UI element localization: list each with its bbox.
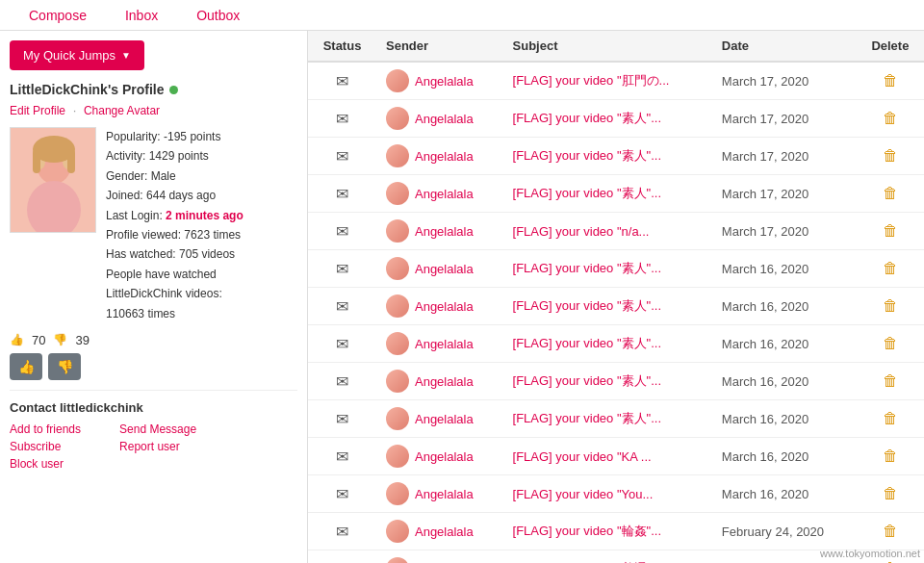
- date-cell: March 16, 2020: [712, 325, 857, 363]
- block-user-link[interactable]: Block user: [10, 457, 81, 471]
- subject-cell[interactable]: [FLAG] your video "素人"...: [503, 250, 712, 288]
- delete-cell[interactable]: 🗑: [857, 138, 924, 175]
- svg-rect-7: [67, 149, 75, 173]
- date-text: March 17, 2020: [722, 224, 808, 239]
- date-cell: March 16, 2020: [712, 400, 857, 438]
- delete-cell[interactable]: 🗑: [857, 100, 924, 138]
- delete-button[interactable]: 🗑: [883, 110, 898, 127]
- delete-cell[interactable]: 🗑: [857, 175, 924, 213]
- downvote-button[interactable]: 👎: [48, 353, 81, 380]
- delete-cell[interactable]: 🗑: [857, 250, 924, 288]
- date-text: March 16, 2020: [722, 337, 808, 351]
- sender-name-link[interactable]: Angelalala: [415, 525, 474, 539]
- sender-name-link[interactable]: Angelalala: [415, 299, 474, 314]
- delete-button[interactable]: 🗑: [883, 260, 898, 277]
- change-avatar-link[interactable]: Change Avatar: [84, 104, 160, 117]
- contact-section: Contact littledickchink Add to friends S…: [10, 400, 297, 474]
- subject-cell[interactable]: [FLAG] your video "You...: [503, 475, 712, 513]
- subject-text[interactable]: [FLAG] your video "素人"...: [513, 186, 661, 200]
- date-cell: March 16, 2020: [712, 475, 857, 513]
- delete-cell[interactable]: 🗑: [857, 363, 924, 400]
- send-message-link[interactable]: Send Message: [119, 422, 196, 436]
- delete-button[interactable]: 🗑: [883, 222, 898, 240]
- subject-text[interactable]: [FLAG] your video "素人"...: [513, 373, 661, 388]
- sender-name-link[interactable]: Angelalala: [415, 262, 474, 276]
- sender-name-link[interactable]: Angelalala: [415, 112, 474, 126]
- delete-button[interactable]: 🗑: [883, 448, 898, 465]
- inbox-link[interactable]: Inbox: [125, 8, 158, 23]
- outbox-link[interactable]: Outbox: [196, 8, 240, 23]
- date-text: March 16, 2020: [722, 412, 808, 426]
- add-friends-link[interactable]: Add to friends: [10, 422, 81, 436]
- subject-cell[interactable]: [FLAG] your video "輪姦"...: [503, 513, 712, 550]
- subject-cell[interactable]: [FLAG] your video "n/a...: [503, 213, 712, 250]
- delete-cell[interactable]: 🗑: [857, 288, 924, 325]
- upvote-button[interactable]: 👍: [10, 353, 42, 380]
- sender-name-link[interactable]: Angelalala: [415, 74, 474, 89]
- delete-cell[interactable]: 🗑: [857, 400, 924, 438]
- delete-button[interactable]: 🗑: [883, 72, 898, 90]
- sender-avatar: [386, 294, 409, 318]
- delete-button[interactable]: 🗑: [883, 297, 898, 315]
- sender-name-link[interactable]: Angelalala: [415, 337, 474, 351]
- compose-link[interactable]: Compose: [29, 8, 87, 23]
- subject-text[interactable]: [FLAG] your video "輪姦"...: [513, 524, 661, 538]
- sender-cell: Angelalala: [376, 438, 503, 475]
- delete-button[interactable]: 🗑: [883, 410, 898, 427]
- subject-text[interactable]: [FLAG] your video "肛門の...: [513, 73, 670, 88]
- status-cell: ✉: [308, 363, 376, 400]
- edit-links-section: Edit Profile · Change Avatar: [10, 103, 297, 117]
- subject-cell[interactable]: [FLAG] your video "普通の...: [503, 550, 712, 564]
- subject-text[interactable]: [FLAG] your video "素人"...: [513, 261, 661, 275]
- subject-text[interactable]: [FLAG] your video "n/a...: [513, 224, 650, 239]
- subject-text[interactable]: [FLAG] your video "KA ...: [513, 449, 652, 464]
- sender-name-link[interactable]: Angelalala: [415, 412, 474, 426]
- delete-button[interactable]: 🗑: [883, 147, 898, 165]
- sender-avatar: [386, 257, 409, 280]
- subject-text[interactable]: [FLAG] your video "素人"...: [513, 336, 661, 350]
- delete-button[interactable]: 🗑: [883, 485, 898, 502]
- sender-name-link[interactable]: Angelalala: [415, 224, 474, 239]
- delete-button[interactable]: 🗑: [883, 185, 898, 202]
- delete-button[interactable]: 🗑: [883, 372, 898, 390]
- sender-name-link[interactable]: Angelalala: [415, 487, 474, 501]
- subject-cell[interactable]: [FLAG] your video "素人"...: [503, 100, 712, 138]
- delete-cell[interactable]: 🗑: [857, 438, 924, 475]
- delete-button[interactable]: 🗑: [883, 335, 898, 352]
- subject-text[interactable]: [FLAG] your video "素人"...: [513, 298, 661, 313]
- inbox-table: Status Sender Subject Date Delete ✉ Ange…: [308, 31, 924, 563]
- subject-text[interactable]: [FLAG] your video "素人"...: [513, 111, 661, 125]
- delete-cell[interactable]: 🗑: [857, 513, 924, 550]
- report-user-link[interactable]: Report user: [119, 440, 196, 453]
- delete-cell[interactable]: 🗑: [857, 62, 924, 100]
- sender-name-link[interactable]: Angelalala: [415, 187, 474, 201]
- sender-name-link[interactable]: Angelalala: [415, 374, 474, 389]
- divider: [10, 390, 297, 391]
- subject-text[interactable]: [FLAG] your video "You...: [513, 487, 654, 501]
- delete-cell[interactable]: 🗑: [857, 213, 924, 250]
- edit-profile-link[interactable]: Edit Profile: [10, 104, 65, 117]
- subject-text[interactable]: [FLAG] your video "素人"...: [513, 411, 661, 425]
- subject-cell[interactable]: [FLAG] your video "素人"...: [503, 325, 712, 363]
- delete-button[interactable]: 🗑: [883, 523, 898, 540]
- sender-avatar: [386, 520, 409, 543]
- quick-jumps-button[interactable]: My Quick Jumps ▼: [10, 40, 144, 70]
- subject-cell[interactable]: [FLAG] your video "肛門の...: [503, 62, 712, 100]
- table-row: ✉ Angelalala [FLAG] your video "素人"...Ma…: [308, 400, 924, 438]
- sender-name-link[interactable]: Angelalala: [415, 449, 474, 464]
- delete-cell[interactable]: 🗑: [857, 475, 924, 513]
- delete-cell[interactable]: 🗑: [857, 325, 924, 363]
- subject-text[interactable]: [FLAG] your video "素人"...: [513, 148, 661, 163]
- subscribe-link[interactable]: Subscribe: [10, 440, 81, 453]
- sender-name-link[interactable]: Angelalala: [415, 149, 474, 164]
- subject-cell[interactable]: [FLAG] your video "素人"...: [503, 288, 712, 325]
- subject-cell[interactable]: [FLAG] your video "KA ...: [503, 438, 712, 475]
- subject-cell[interactable]: [FLAG] your video "素人"...: [503, 138, 712, 175]
- profile-name: LittleDickChink's Profile: [10, 82, 297, 97]
- header-sender: Sender: [376, 31, 503, 62]
- stat-activity: Activity: 1429 points: [106, 146, 244, 166]
- subject-cell[interactable]: [FLAG] your video "素人"...: [503, 363, 712, 400]
- subject-cell[interactable]: [FLAG] your video "素人"...: [503, 400, 712, 438]
- subject-cell[interactable]: [FLAG] your video "素人"...: [503, 175, 712, 213]
- table-row: ✉ Angelalala [FLAG] your video "素人"...Ma…: [308, 288, 924, 325]
